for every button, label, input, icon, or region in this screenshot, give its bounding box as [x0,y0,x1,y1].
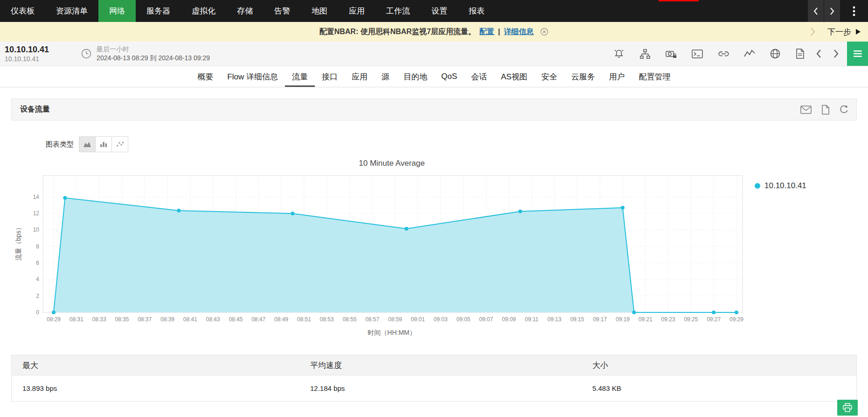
tab-source[interactable]: 源 [375,66,396,87]
email-report-icon[interactable] [800,106,812,114]
previous-device-button[interactable] [816,49,822,58]
banner-configure-link[interactable]: 配置 [479,27,494,37]
svg-text:09:23: 09:23 [661,316,675,323]
tab-security[interactable]: 安全 [535,66,564,87]
play-icon [856,29,861,35]
nav-scroll-right-button[interactable] [824,0,840,22]
nav-item-virtualization[interactable]: 虚拟化 [181,0,226,22]
svg-text:4: 4 [36,276,39,283]
nav-item-reports[interactable]: 报表 [458,0,495,22]
chart-legend[interactable]: 10.10.10.41 [755,181,806,191]
summary-table-header: 最大 平均速度 大小 [12,355,856,375]
nav-item-maps[interactable]: 地图 [301,0,338,22]
side-menu-button[interactable] [847,42,868,66]
bar-chart-button[interactable] [95,136,112,152]
refresh-icon[interactable] [839,105,849,114]
nav-item-storage[interactable]: 存储 [226,0,264,22]
chart-title: 10 Minute Average [33,159,751,171]
nav-item-dashboard[interactable]: 仪表板 [0,0,45,22]
svg-text:09:11: 09:11 [525,316,538,323]
alarm-bell-icon[interactable] [613,48,625,59]
device-name[interactable]: 10.10.10.41 [5,44,49,55]
close-circle-icon [540,28,549,36]
globe-icon[interactable] [770,48,781,59]
traffic-summary-table: 最大 平均速度 大小 13.893 bps 12.184 bps 5.483 K… [11,355,857,402]
recording-marker [659,0,699,1]
svg-text:08:39: 08:39 [160,316,174,323]
banner-close-button[interactable] [540,28,549,36]
y-axis-label: 流量（bps） [14,212,23,273]
svg-text:08:41: 08:41 [183,316,197,323]
tab-qos[interactable]: QoS [434,66,464,87]
camera-lock-icon[interactable] [665,49,677,59]
nav-item-workflow[interactable]: 工作流 [375,0,421,22]
link-icon[interactable] [717,49,730,59]
svg-text:08:51: 08:51 [297,316,311,323]
sparkline-icon[interactable] [744,49,756,58]
clock-icon [81,48,92,59]
tab-destination[interactable]: 目的地 [396,66,434,87]
pdf-download-icon[interactable] [821,105,830,115]
next-device-button[interactable] [833,49,839,58]
tab-users[interactable]: 用户 [602,66,632,87]
scatter-chart-button[interactable] [111,136,128,152]
print-button[interactable] [837,400,858,416]
tab-overview[interactable]: 概要 [190,66,220,87]
pdf-export-icon[interactable] [795,48,805,59]
next-step-button[interactable]: 下一步 [827,27,851,37]
value-cell-average-speed: 12.184 bps [299,384,582,392]
tab-as-view[interactable]: AS视图 [494,66,535,87]
tab-sessions[interactable]: 会话 [464,66,494,87]
svg-text:08:57: 08:57 [365,316,379,323]
vertical-dots-icon [853,6,855,17]
svg-text:14: 14 [33,194,40,200]
more-menu-button[interactable] [840,0,868,22]
svg-text:08:35: 08:35 [115,316,129,323]
summary-table-row: 13.893 bps 12.184 bps 5.483 KB [12,375,856,401]
svg-text:2: 2 [36,293,39,299]
terminal-icon[interactable] [691,49,703,59]
device-ip: 10.10.10.41 [5,55,49,64]
section-title: 设备流量 [20,105,50,114]
svg-text:09:03: 09:03 [434,316,448,323]
time-period-label: 最后一小时 [97,45,210,54]
svg-text:0: 0 [36,309,39,316]
tab-cloud-services[interactable]: 云服务 [564,66,602,87]
x-axis-label: 时间（HH:MM） [33,329,751,338]
nav-item-settings[interactable]: 设置 [421,0,458,22]
legend-swatch [755,183,760,189]
nav-scroll-left-button[interactable] [808,0,824,22]
area-chart-button[interactable] [79,136,96,152]
tab-interfaces[interactable]: 接口 [315,66,345,87]
nav-item-network[interactable]: 网络 [98,0,136,22]
tab-config-management[interactable]: 配置管理 [632,66,678,87]
nav-item-applications[interactable]: 应用 [338,0,375,22]
time-period-selector[interactable]: 最后一小时 2024-08-13 08:29 到 2024-08-13 09:2… [81,45,210,63]
nav-item-alarms[interactable]: 告警 [264,0,301,22]
tab-applications[interactable]: 应用 [345,66,375,87]
chart-type-controls: 图表类型 [46,136,868,152]
svg-text:08:43: 08:43 [206,316,220,323]
tab-flow-details[interactable]: Flow 详细信息 [220,66,285,87]
svg-text:09:05: 09:05 [456,316,470,323]
bar-chart-icon [99,141,108,148]
svg-text:08:45: 08:45 [229,316,243,323]
svg-text:10: 10 [33,226,40,233]
area-chart-icon [83,141,91,148]
top-nav: 仪表板 资源清单 网络 服务器 虚拟化 存储 告警 地图 应用 工作流 设置 报… [0,0,868,22]
header-cell-average-speed: 平均速度 [299,360,582,371]
nav-item-inventory[interactable]: 资源清单 [45,0,98,22]
topology-icon[interactable] [639,49,651,59]
time-period-range: 2024-08-13 08:29 到 2024-08-13 09:29 [97,54,210,63]
svg-text:09:27: 09:27 [707,316,721,323]
banner-chevron-icon [810,27,815,36]
svg-text:09:01: 09:01 [411,316,425,323]
tab-traffic[interactable]: 流量 [285,66,315,87]
printer-icon [842,403,853,412]
device-header: 10.10.10.41 10.10.10.41 最后一小时 2024-08-13… [0,42,868,66]
banner-details-link[interactable]: 详细信息 [504,27,534,37]
traffic-chart-area: 10 Minute Average 流量（bps） 0246810121408:… [0,159,868,338]
svg-text:08:33: 08:33 [92,316,106,323]
nav-item-servers[interactable]: 服务器 [136,0,181,22]
scatter-chart-icon [116,141,124,148]
